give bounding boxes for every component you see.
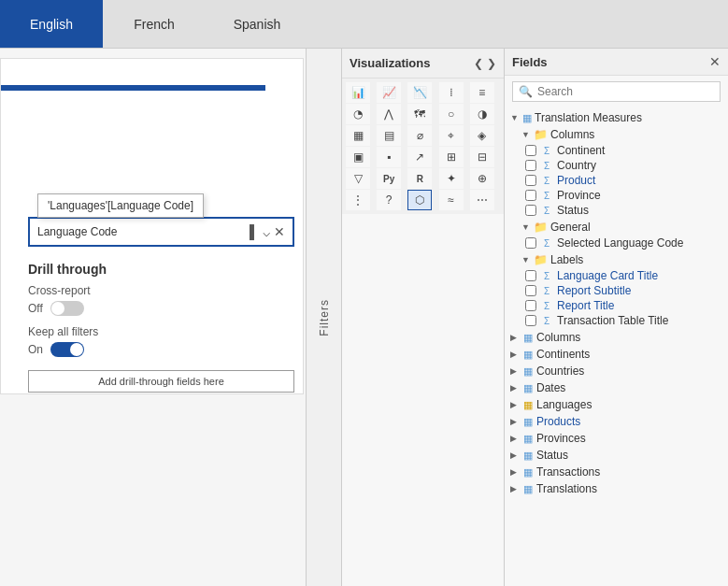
viz-arrow-right[interactable]: ❯ (487, 57, 496, 70)
cross-report-label: Cross-report (28, 284, 294, 297)
chevron-down-icon-labels: ▼ (521, 255, 531, 264)
viz-icon-kpi[interactable]: ↗ (407, 147, 432, 167)
tab-french[interactable]: French (103, 0, 206, 48)
tab-spanish[interactable]: Spanish (206, 0, 308, 48)
table-icon-columns: ▦ (523, 332, 533, 344)
tree-item-report-title[interactable]: Σ Report Title (505, 298, 728, 313)
search-input[interactable] (537, 85, 714, 98)
viz-icon-more[interactable]: ⋯ (470, 190, 494, 210)
search-box[interactable]: 🔍 (512, 81, 721, 102)
filters-label: Filters (318, 299, 331, 336)
checkbox-lang-card-title[interactable] (525, 270, 536, 281)
viz-icon-area[interactable]: 📉 (407, 82, 432, 103)
viz-icon-qna[interactable]: ? (377, 190, 401, 210)
viz-panel: Visualizations ❮ ❯ 📊 📈 📉 ⁞ ≡ ◔ ⋀ 🗺 ○ ◑ ▦… (341, 49, 505, 586)
viz-icon-py[interactable]: Py (377, 168, 401, 189)
columns-group-label: Columns (550, 128, 594, 141)
tab-english[interactable]: English (0, 0, 103, 48)
tree-group-header-labels[interactable]: ▼ 📁 Labels (505, 251, 728, 268)
viz-icon-funnel[interactable]: ⋀ (377, 104, 401, 124)
tree-group-header-columns[interactable]: ▼ 📁 Columns (505, 126, 728, 143)
expandable-label-transactions: Transactions (536, 465, 600, 479)
viz-icon-r[interactable]: R (407, 168, 432, 189)
viz-icon-pie[interactable]: ◔ (346, 104, 370, 124)
viz-icon-bar[interactable]: 📊 (346, 82, 370, 103)
tree-expandable-provinces[interactable]: ▶ ▦ Provinces (505, 430, 728, 447)
checkbox-country[interactable] (525, 160, 536, 171)
tree-expandable-translations[interactable]: ▶ ▦ Translations (505, 480, 728, 497)
viz-icon-scatter[interactable]: ⁞ (439, 82, 464, 103)
chevron-right-icon-transactions: ▶ (510, 467, 520, 477)
viz-icon-treemap[interactable]: ▦ (346, 125, 370, 146)
viz-icon-ai[interactable]: ✦ (439, 168, 464, 189)
tooltip-popup: 'Languages'[Language Code] (37, 193, 204, 218)
tree-expandable-countries[interactable]: ▶ ▦ Countries (505, 363, 728, 379)
keep-filters-toggle[interactable] (50, 342, 84, 357)
tree-expandable-transactions[interactable]: ▶ ▦ Transactions (505, 464, 728, 480)
viz-icon-narrative[interactable]: ≈ (439, 190, 464, 210)
field-label-product: Product (557, 174, 595, 187)
viz-icon-slicer[interactable]: ▽ (346, 168, 370, 189)
add-drillthrough-button[interactable]: Add drill-through fields here (28, 370, 294, 393)
close-icon[interactable]: ✕ (274, 224, 285, 239)
viz-icon-multicard[interactable]: ▪ (377, 147, 401, 167)
cross-report-toggle[interactable] (50, 301, 84, 316)
viz-icon-combo[interactable]: ≡ (470, 82, 494, 103)
tree-expandable-status[interactable]: ▶ ▦ Status (505, 447, 728, 464)
viz-icon-decomp[interactable]: ⋮ (346, 190, 370, 210)
tree-group-header-general[interactable]: ▼ 📁 General (505, 219, 728, 236)
tree-group-header-translation-measures[interactable]: ▼ ▦ Translation Measures (505, 109, 728, 126)
tree-item-selected-lang-code[interactable]: Σ Selected Language Code (505, 236, 728, 250)
viz-icon-filled-map[interactable]: ◈ (470, 125, 494, 146)
keep-filters-toggle-row: On (28, 342, 294, 357)
field-icon-country: Σ (540, 161, 553, 171)
viz-icon-matrix[interactable]: ⊟ (470, 147, 494, 167)
folder-icon-general: 📁 (534, 221, 548, 234)
table-icon-countries: ▦ (523, 365, 533, 378)
table-icon-provinces: ▦ (523, 433, 533, 445)
checkbox-province[interactable] (525, 190, 536, 201)
checkbox-report-subtitle[interactable] (525, 285, 536, 296)
tree-expandable-continents[interactable]: ▶ ▦ Continents (505, 346, 728, 363)
viz-icon-custom[interactable]: ⊕ (470, 168, 494, 189)
tree-item-province[interactable]: Σ Province (505, 188, 728, 203)
viz-icon-line[interactable]: 📈 (377, 82, 401, 103)
checkbox-transaction-table-title[interactable] (525, 315, 536, 326)
lang-code-box[interactable]: Language Code ▌ ⌵ ✕ (28, 217, 294, 247)
viz-arrow-left[interactable]: ❮ (474, 57, 483, 70)
fields-close-button[interactable]: ✕ (709, 54, 721, 69)
tree-item-lang-card-title[interactable]: Σ Language Card Title (505, 268, 728, 283)
keep-filters-knob (70, 343, 83, 356)
tree-item-country[interactable]: Σ Country (505, 158, 728, 173)
viz-icon-shape-map[interactable]: ⌖ (439, 125, 464, 146)
chevron-right-icon-countries: ▶ (510, 366, 520, 376)
canvas-area: 'Languages'[Language Code] Language Code… (0, 49, 341, 586)
tree-item-status[interactable]: Σ Status (505, 203, 728, 218)
viz-icon-card[interactable]: ▣ (346, 147, 370, 167)
filters-sidebar: Filters (306, 49, 341, 586)
checkbox-selected-lang-code[interactable] (525, 237, 536, 249)
tree-expandable-dates[interactable]: ▶ ▦ Dates (505, 379, 728, 396)
viz-icon-table[interactable]: ⊞ (439, 147, 464, 167)
tree-item-report-subtitle[interactable]: Σ Report Subtitle (505, 283, 728, 298)
viz-icon-selected[interactable]: ⬡ (407, 190, 432, 210)
tree-expandable-languages[interactable]: ▶ ▦ Languages (505, 396, 728, 413)
tree-item-transaction-table-title[interactable]: Σ Transaction Table Title (505, 313, 728, 328)
viz-icon-ribbon[interactable]: ⌀ (407, 125, 432, 146)
viz-icon-waterfall[interactable]: ▤ (377, 125, 401, 146)
tree-item-product[interactable]: Σ Product (505, 173, 728, 188)
tree-expandable-products[interactable]: ▶ ▦ Products (505, 413, 728, 430)
checkbox-product[interactable] (525, 175, 536, 186)
chevron-right-icon-continents: ▶ (510, 350, 520, 359)
field-icon-selected-lang-code: Σ (540, 238, 553, 249)
checkbox-report-title[interactable] (525, 300, 536, 311)
dropdown-icon[interactable]: ⌵ (263, 224, 270, 239)
tree-item-continent[interactable]: Σ Continent (505, 143, 728, 158)
chevron-right-icon-languages: ▶ (510, 400, 520, 409)
viz-icon-donut[interactable]: ○ (439, 104, 464, 124)
viz-icon-gauge[interactable]: ◑ (470, 104, 494, 124)
checkbox-continent[interactable] (525, 145, 536, 156)
tree-expandable-columns[interactable]: ▶ ▦ Columns (505, 329, 728, 346)
viz-icon-map1[interactable]: 🗺 (407, 104, 432, 124)
checkbox-status[interactable] (525, 205, 536, 216)
